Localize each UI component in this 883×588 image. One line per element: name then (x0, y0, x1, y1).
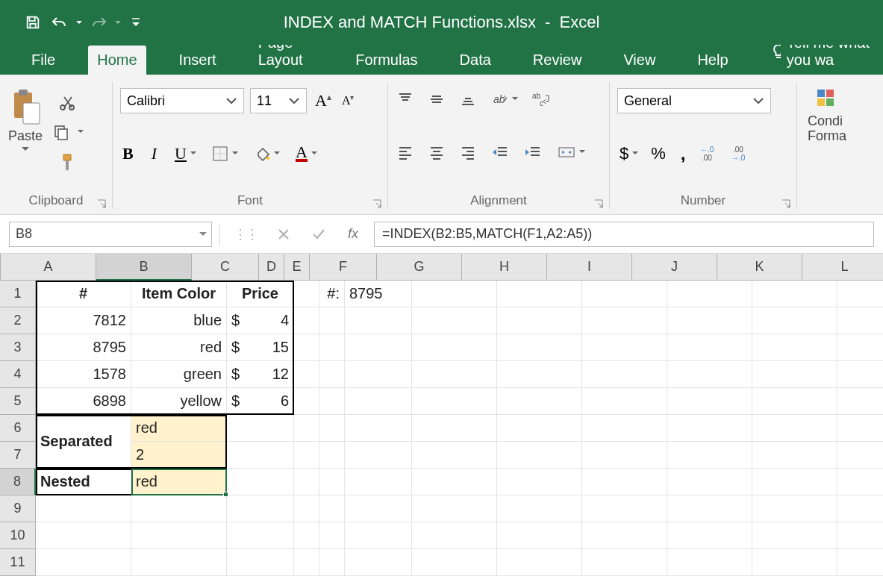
increase-font-button[interactable]: A▴ (313, 90, 334, 112)
cell-A1[interactable]: # (36, 281, 131, 307)
cell-G11[interactable] (412, 549, 497, 576)
cell-C7[interactable] (227, 442, 294, 469)
cell-A5[interactable]: 6898 (36, 388, 131, 415)
increase-indent-button[interactable] (522, 141, 543, 163)
paste-dropdown-icon[interactable] (22, 147, 29, 151)
column-header-K[interactable]: K (717, 254, 802, 281)
cell-H8[interactable] (497, 469, 582, 495)
cell-D9[interactable] (294, 495, 319, 522)
underline-dropdown-icon[interactable] (190, 151, 196, 156)
cell-G4[interactable] (412, 361, 497, 388)
cell-G6[interactable] (412, 415, 497, 442)
name-box[interactable]: B8 (9, 222, 212, 247)
cell-B11[interactable] (131, 549, 227, 576)
cancel-formula-button[interactable] (275, 223, 292, 245)
cell-J4[interactable] (667, 361, 752, 388)
cell-J9[interactable] (667, 495, 752, 522)
cell-B8[interactable]: red (131, 469, 227, 495)
cell-K2[interactable] (752, 307, 837, 334)
cell-E8[interactable] (319, 469, 345, 495)
align-middle-button[interactable] (427, 88, 446, 110)
cell-A4[interactable]: 1578 (36, 361, 131, 388)
row-header-9[interactable]: 9 (0, 495, 36, 522)
cell-K10[interactable] (752, 522, 837, 549)
copy-dropdown-icon[interactable] (78, 130, 84, 134)
align-top-button[interactable] (396, 88, 415, 110)
tab-formulas[interactable]: Formulas (346, 46, 426, 75)
cell-L10[interactable] (837, 522, 883, 549)
cell-C6[interactable] (227, 415, 294, 442)
cell-D4[interactable] (294, 361, 319, 388)
cell-L6[interactable] (837, 415, 883, 442)
cell-E3[interactable] (319, 334, 345, 361)
cell-F5[interactable] (345, 388, 412, 415)
cell-D2[interactable] (294, 307, 319, 334)
cell-K4[interactable] (752, 361, 837, 388)
column-header-A[interactable]: A (1, 254, 96, 281)
column-header-B[interactable]: B (96, 254, 192, 281)
cell-E1[interactable]: #: (319, 281, 345, 307)
font-name-select[interactable]: Calibri (120, 88, 244, 113)
cell-H10[interactable] (497, 522, 582, 549)
tab-data[interactable]: Data (451, 46, 500, 75)
cell-A8[interactable]: Nested (36, 469, 131, 495)
row-header-2[interactable]: 2 (0, 307, 36, 334)
insert-function-button[interactable]: fx (346, 223, 361, 245)
cell-J3[interactable] (667, 334, 752, 361)
cell-D5[interactable] (294, 388, 319, 415)
orientation-dropdown-icon[interactable] (512, 97, 518, 101)
clipboard-dialog-launcher[interactable] (97, 199, 107, 210)
cell-D7[interactable] (294, 442, 319, 469)
cell-B5[interactable]: yellow (131, 388, 227, 415)
cell-I3[interactable] (582, 334, 667, 361)
tab-review[interactable]: Review (524, 46, 591, 75)
row-header-3[interactable]: 3 (0, 334, 36, 361)
cell-D8[interactable] (294, 469, 319, 495)
cell-B1[interactable]: Item Color (131, 281, 227, 307)
conditional-formatting-button[interactable]: Condi Forma (805, 88, 849, 143)
cell-L8[interactable] (837, 469, 883, 495)
orientation-button[interactable]: ab (490, 88, 511, 110)
cell-E11[interactable] (319, 549, 345, 576)
cell-I11[interactable] (582, 549, 667, 576)
column-header-F[interactable]: F (310, 254, 377, 281)
cell-H3[interactable] (497, 334, 582, 361)
merge-dropdown-icon[interactable] (579, 150, 585, 154)
qat-undo-button[interactable] (48, 10, 72, 34)
column-header-G[interactable]: G (377, 254, 462, 281)
select-all-button[interactable] (0, 254, 1, 281)
underline-button[interactable]: U (172, 143, 189, 165)
cell-J8[interactable] (667, 469, 752, 495)
cell-I8[interactable] (582, 469, 667, 495)
cell-J5[interactable] (667, 388, 752, 415)
cell-C8[interactable] (227, 469, 294, 495)
cell-G10[interactable] (412, 522, 497, 549)
cell-G3[interactable] (412, 334, 497, 361)
number-dialog-launcher[interactable] (781, 199, 792, 210)
tab-view[interactable]: View (614, 46, 664, 75)
wrap-text-button[interactable]: abc (530, 88, 554, 110)
cell-B6[interactable]: red (131, 415, 227, 442)
cell-K7[interactable] (752, 442, 837, 469)
formula-bar-input[interactable]: =INDEX(B2:B5,MATCH(F1,A2:A5)) (374, 222, 874, 247)
cell-K8[interactable] (752, 469, 837, 495)
copy-button[interactable] (51, 121, 72, 143)
cell-K9[interactable] (752, 495, 837, 522)
cell-L7[interactable] (837, 442, 883, 469)
cell-H9[interactable] (497, 495, 582, 522)
tab-home[interactable]: Home (88, 46, 146, 75)
qat-save-button[interactable] (21, 10, 45, 34)
column-header-E[interactable]: E (284, 254, 310, 281)
column-header-I[interactable]: I (547, 254, 632, 281)
cell-J7[interactable] (667, 442, 752, 469)
cell-G2[interactable] (412, 307, 497, 334)
number-format-select[interactable]: General (617, 88, 771, 113)
cell-G7[interactable] (412, 442, 497, 469)
cell-K5[interactable] (752, 388, 837, 415)
cell-L9[interactable] (837, 495, 883, 522)
cell-J1[interactable] (667, 281, 752, 307)
increase-decimal-button[interactable]: ←.0.00 (698, 143, 719, 165)
cell-C5[interactable]: $6 (227, 388, 294, 415)
cell-E2[interactable] (319, 307, 345, 334)
cell-F6[interactable] (345, 415, 412, 442)
